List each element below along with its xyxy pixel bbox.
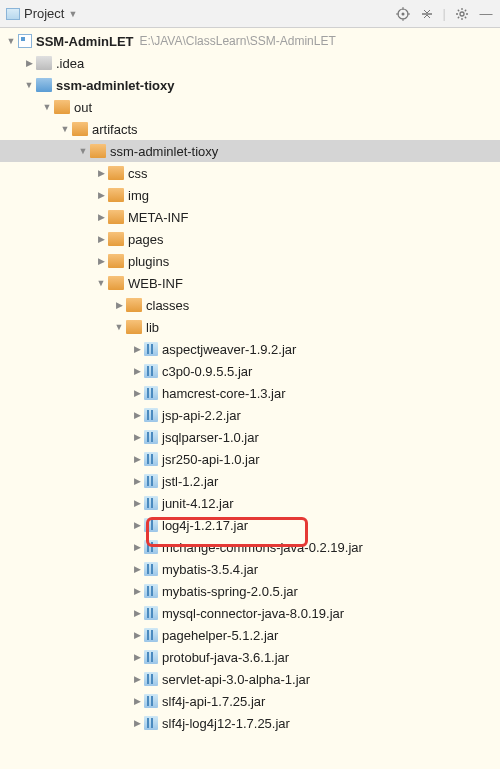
- tree-jar-item[interactable]: ▶mybatis-spring-2.0.5.jar: [0, 580, 500, 602]
- folder-icon: [72, 122, 88, 136]
- chevron-down-icon[interactable]: ▼: [58, 124, 72, 134]
- folder-label: css: [128, 166, 148, 181]
- tree-jar-item[interactable]: ▶aspectjweaver-1.9.2.jar: [0, 338, 500, 360]
- jar-icon: [144, 562, 158, 576]
- tree-folder-plugins[interactable]: ▶ plugins: [0, 250, 500, 272]
- tree-folder-metainf[interactable]: ▶ META-INF: [0, 206, 500, 228]
- divider: |: [443, 6, 446, 21]
- tree-jar-item[interactable]: ▶slf4j-log4j12-1.7.25.jar: [0, 712, 500, 734]
- tree-folder-webinf[interactable]: ▼ WEB-INF: [0, 272, 500, 294]
- chevron-right-icon[interactable]: ▶: [130, 652, 144, 662]
- tree-folder-out[interactable]: ▼ out: [0, 96, 500, 118]
- chevron-right-icon[interactable]: ▶: [130, 608, 144, 618]
- tree-jar-item[interactable]: ▶protobuf-java-3.6.1.jar: [0, 646, 500, 668]
- hide-icon[interactable]: —: [478, 6, 494, 22]
- folder-icon: [54, 100, 70, 114]
- chevron-right-icon[interactable]: ▶: [22, 58, 36, 68]
- jar-icon: [144, 430, 158, 444]
- tree-folder-pages[interactable]: ▶ pages: [0, 228, 500, 250]
- project-icon: [6, 8, 20, 20]
- chevron-down-icon[interactable]: ▼: [22, 80, 36, 90]
- tree-jar-item[interactable]: ▶log4j-1.2.17.jar: [0, 514, 500, 536]
- tree-folder-artifacts[interactable]: ▼ artifacts: [0, 118, 500, 140]
- chevron-down-icon[interactable]: ▼: [68, 9, 77, 19]
- chevron-right-icon[interactable]: ▶: [112, 300, 126, 310]
- chevron-right-icon[interactable]: ▶: [94, 168, 108, 178]
- chevron-right-icon[interactable]: ▶: [130, 564, 144, 574]
- chevron-right-icon[interactable]: ▶: [130, 542, 144, 552]
- chevron-right-icon[interactable]: ▶: [130, 498, 144, 508]
- jar-label: mybatis-spring-2.0.5.jar: [162, 584, 298, 599]
- jar-icon: [144, 606, 158, 620]
- tree-root[interactable]: ▼ SSM-AdminLET E:\JAVA\ClassLearn\SSM-Ad…: [0, 30, 500, 52]
- chevron-right-icon[interactable]: ▶: [130, 674, 144, 684]
- target-icon[interactable]: [395, 6, 411, 22]
- chevron-right-icon[interactable]: ▶: [130, 586, 144, 596]
- chevron-right-icon[interactable]: ▶: [130, 476, 144, 486]
- jar-icon: [144, 584, 158, 598]
- jar-icon: [144, 518, 158, 532]
- jar-icon: [144, 342, 158, 356]
- chevron-right-icon[interactable]: ▶: [94, 256, 108, 266]
- jar-label: mysql-connector-java-8.0.19.jar: [162, 606, 344, 621]
- folder-icon: [108, 254, 124, 268]
- tree-jar-item[interactable]: ▶hamcrest-core-1.3.jar: [0, 382, 500, 404]
- chevron-down-icon[interactable]: ▼: [112, 322, 126, 332]
- module-icon: [18, 34, 32, 48]
- tree-jar-item[interactable]: ▶jsr250-api-1.0.jar: [0, 448, 500, 470]
- chevron-right-icon[interactable]: ▶: [130, 718, 144, 728]
- tree-folder-idea[interactable]: ▶ .idea: [0, 52, 500, 74]
- jar-label: jsp-api-2.2.jar: [162, 408, 241, 423]
- chevron-right-icon[interactable]: ▶: [94, 190, 108, 200]
- chevron-right-icon[interactable]: ▶: [130, 410, 144, 420]
- chevron-right-icon[interactable]: ▶: [130, 388, 144, 398]
- tree-folder-img[interactable]: ▶ img: [0, 184, 500, 206]
- tree-jar-item[interactable]: ▶servlet-api-3.0-alpha-1.jar: [0, 668, 500, 690]
- toolbar-left: Project ▼: [6, 6, 77, 21]
- chevron-right-icon[interactable]: ▶: [130, 432, 144, 442]
- tree-jar-item[interactable]: ▶c3p0-0.9.5.5.jar: [0, 360, 500, 382]
- chevron-right-icon[interactable]: ▶: [130, 344, 144, 354]
- jar-icon: [144, 628, 158, 642]
- root-path: E:\JAVA\ClassLearn\SSM-AdminLET: [140, 34, 336, 48]
- module-folder-icon: [36, 78, 52, 92]
- chevron-down-icon[interactable]: ▼: [4, 36, 18, 46]
- tree-jar-item[interactable]: ▶jsqlparser-1.0.jar: [0, 426, 500, 448]
- tree-folder-css[interactable]: ▶ css: [0, 162, 500, 184]
- tree-folder-artifact-selected[interactable]: ▼ ssm-adminlet-tioxy: [0, 140, 500, 162]
- chevron-right-icon[interactable]: ▶: [130, 366, 144, 376]
- tree-folder-classes[interactable]: ▶ classes: [0, 294, 500, 316]
- tree-jar-item[interactable]: ▶pagehelper-5.1.2.jar: [0, 624, 500, 646]
- jar-label: slf4j-log4j12-1.7.25.jar: [162, 716, 290, 731]
- jar-list: ▶aspectjweaver-1.9.2.jar▶c3p0-0.9.5.5.ja…: [0, 338, 500, 734]
- jar-label: junit-4.12.jar: [162, 496, 234, 511]
- tree-jar-item[interactable]: ▶slf4j-api-1.7.25.jar: [0, 690, 500, 712]
- chevron-right-icon[interactable]: ▶: [130, 454, 144, 464]
- chevron-down-icon[interactable]: ▼: [94, 278, 108, 288]
- tree-folder-lib[interactable]: ▼ lib: [0, 316, 500, 338]
- chevron-right-icon[interactable]: ▶: [94, 212, 108, 222]
- chevron-down-icon[interactable]: ▼: [40, 102, 54, 112]
- tree-jar-item[interactable]: ▶mybatis-3.5.4.jar: [0, 558, 500, 580]
- project-tree[interactable]: ▼ SSM-AdminLET E:\JAVA\ClassLearn\SSM-Ad…: [0, 28, 500, 769]
- chevron-down-icon[interactable]: ▼: [76, 146, 90, 156]
- chevron-right-icon[interactable]: ▶: [130, 520, 144, 530]
- tree-jar-item[interactable]: ▶mysql-connector-java-8.0.19.jar: [0, 602, 500, 624]
- chevron-right-icon[interactable]: ▶: [94, 234, 108, 244]
- folder-icon: [36, 56, 52, 70]
- tree-jar-item[interactable]: ▶jstl-1.2.jar: [0, 470, 500, 492]
- tree-jar-item[interactable]: ▶jsp-api-2.2.jar: [0, 404, 500, 426]
- gear-icon[interactable]: [454, 6, 470, 22]
- collapse-icon[interactable]: [419, 6, 435, 22]
- folder-icon: [126, 298, 142, 312]
- folder-label: WEB-INF: [128, 276, 183, 291]
- folder-label: artifacts: [92, 122, 138, 137]
- module-label: ssm-adminlet-tioxy: [56, 78, 174, 93]
- chevron-right-icon[interactable]: ▶: [130, 696, 144, 706]
- tree-module[interactable]: ▼ ssm-adminlet-tioxy: [0, 74, 500, 96]
- chevron-right-icon[interactable]: ▶: [130, 630, 144, 640]
- tree-jar-item[interactable]: ▶mchange-commons-java-0.2.19.jar: [0, 536, 500, 558]
- tree-jar-item[interactable]: ▶junit-4.12.jar: [0, 492, 500, 514]
- project-title[interactable]: Project: [24, 6, 64, 21]
- folder-label: META-INF: [128, 210, 188, 225]
